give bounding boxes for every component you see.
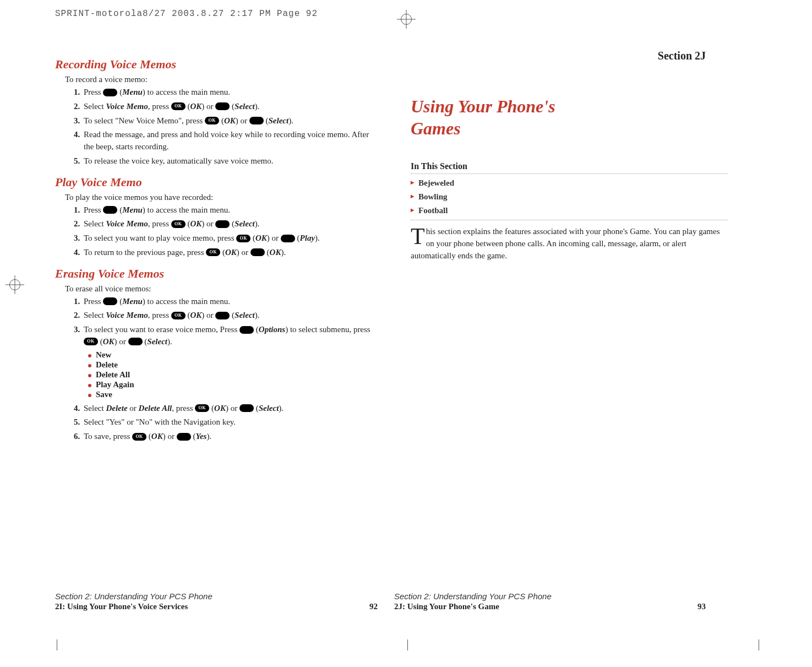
- print-slug: SPRINT-motorola8/27 2003.8.27 2:17 PM Pa…: [55, 9, 318, 19]
- softkey-icon: [177, 433, 191, 441]
- step: 4. To return to the previous page, press…: [74, 247, 372, 259]
- intro-paragraph: This section explains the features assoc…: [411, 226, 728, 262]
- footer-left: Section 2: Understanding Your PCS Phone …: [55, 592, 378, 611]
- steps-record: 1. Press (Menu) to access the main menu.…: [74, 86, 372, 167]
- step: 2. Select Voice Memo, press (OK) or (Sel…: [74, 101, 372, 113]
- in-this-section-heading: In This Section: [411, 161, 728, 171]
- step: 6. To save, press (OK) or (Yes).: [74, 431, 372, 443]
- page-number: 93: [697, 602, 706, 611]
- steps-erase: 1. Press (Menu) to access the main menu.…: [74, 296, 372, 348]
- step: 3. To select "New Voice Memo", press (OK…: [74, 115, 372, 127]
- step: 2. Select Voice Memo, press (OK) or (Sel…: [74, 218, 372, 230]
- divider-dotted: [411, 220, 728, 220]
- softkey-icon: [103, 297, 117, 305]
- step: 4. Select Delete or Delete All, press (O…: [74, 403, 372, 415]
- crop-mark: [759, 639, 759, 650]
- step: 3. To select you want to play voice memo…: [74, 232, 372, 245]
- intro-erase: To erase all voice memos:: [65, 284, 372, 294]
- softkey-icon: [239, 404, 254, 412]
- softkey-icon: [215, 102, 230, 110]
- step: 1. Press (Menu) to access the main menu.: [74, 204, 372, 216]
- submenu-item: New: [88, 350, 372, 360]
- heading-recording: Recording Voice Memos: [55, 57, 372, 72]
- softkey-icon: [128, 338, 143, 345]
- footer-subsection: 2J: Using Your Phone's Game: [394, 602, 706, 611]
- softkey-icon: [103, 206, 117, 214]
- ok-key-icon: [84, 338, 98, 345]
- submenu-item: Save: [88, 390, 372, 399]
- drop-cap: T: [411, 226, 426, 246]
- divider-dotted: [411, 173, 728, 174]
- toc-item: Bejeweled: [411, 178, 728, 188]
- section-toc: Bejeweled Bowling Football: [411, 178, 728, 215]
- footer-subsection: 2I: Using Your Phone's Voice Services: [55, 602, 378, 611]
- footer-section: Section 2: Understanding Your PCS Phone: [394, 592, 706, 601]
- ok-key-icon: [206, 248, 220, 256]
- softkey-icon: [281, 235, 295, 242]
- step: 2. Select Voice Memo, press (OK) or (Sel…: [74, 310, 372, 322]
- softkey-icon: [103, 89, 117, 96]
- softkey-icon: [215, 220, 230, 228]
- registration-mark-left: [6, 275, 24, 294]
- ok-key-icon: [171, 312, 186, 319]
- steps-erase-cont: 4. Select Delete or Delete All, press (O…: [74, 403, 372, 443]
- submenu-item: Play Again: [88, 380, 372, 389]
- toc-item: Bowling: [411, 192, 728, 202]
- ok-key-icon: [132, 433, 146, 441]
- toc-item: Football: [411, 206, 728, 215]
- step: 5.Select "Yes" or "No" with the Navigati…: [74, 416, 372, 429]
- registration-mark-top: [397, 10, 416, 29]
- page-spread: Recording Voice Memos To record a voice …: [55, 44, 733, 617]
- ok-key-icon: [236, 235, 250, 242]
- softkey-icon: [239, 326, 254, 334]
- step: 3. To select you want to erase voice mem…: [74, 324, 372, 348]
- submenu-item: Delete: [88, 360, 372, 370]
- softkey-icon: [249, 117, 264, 124]
- page-right: Section 2J Using Your Phone's Games In T…: [394, 44, 733, 617]
- footer-right: Section 2: Understanding Your PCS Phone …: [394, 592, 706, 611]
- softkey-icon: [215, 312, 230, 319]
- ok-key-icon: [171, 102, 186, 110]
- step: 5.To release the voice key, automaticall…: [74, 155, 372, 167]
- heading-play: Play Voice Memo: [55, 175, 372, 189]
- steps-play: 1. Press (Menu) to access the main menu.…: [74, 204, 372, 259]
- intro-record: To record a voice memo:: [65, 75, 372, 84]
- page-left: Recording Voice Memos To record a voice …: [55, 44, 394, 617]
- page-title: Using Your Phone's Games: [411, 95, 728, 139]
- crop-mark: [57, 639, 57, 650]
- softkey-icon: [250, 248, 265, 256]
- section-label: Section 2J: [411, 50, 728, 62]
- intro-play: To play the voice memos you have recorde…: [65, 193, 372, 202]
- step: 4.Read the message, and press and hold v…: [74, 129, 372, 153]
- step: 1. Press (Menu) to access the main menu.: [74, 296, 372, 308]
- erase-submenu: New Delete Delete All Play Again Save: [88, 350, 372, 399]
- footer-section: Section 2: Understanding Your PCS Phone: [55, 592, 378, 601]
- step: 1. Press (Menu) to access the main menu.: [74, 86, 372, 99]
- crop-mark: [407, 639, 408, 650]
- ok-key-icon: [195, 404, 209, 412]
- ok-key-icon: [205, 117, 219, 124]
- submenu-item: Delete All: [88, 370, 372, 379]
- heading-erase: Erasing Voice Memos: [55, 267, 372, 281]
- page-number: 92: [369, 602, 378, 611]
- ok-key-icon: [171, 220, 186, 228]
